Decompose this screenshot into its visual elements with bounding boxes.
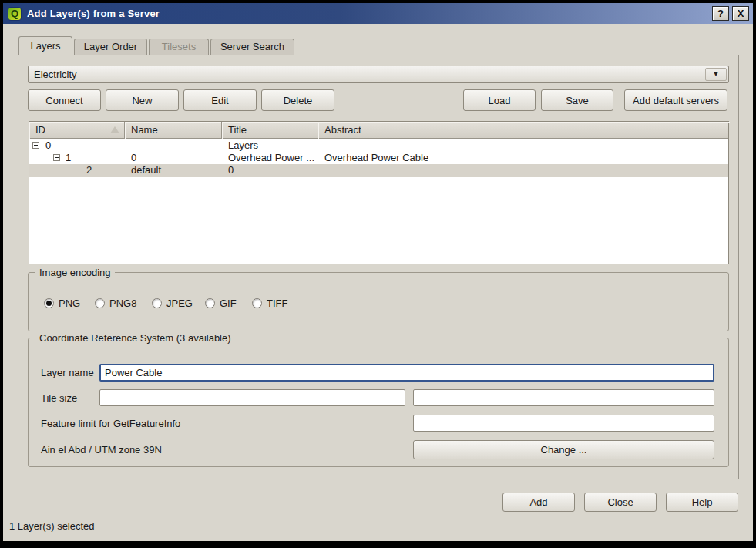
tab-layers[interactable]: Layers — [18, 36, 72, 55]
radio-tiff[interactable]: TIFF — [252, 298, 287, 309]
status-text: 1 Layer(s) selected — [9, 520, 95, 532]
close-icon[interactable]: X — [732, 6, 749, 21]
cell-id: 0 — [45, 140, 123, 152]
cell-id: 1 — [66, 152, 123, 164]
radio-png8-label: PNG8 — [109, 298, 136, 309]
qgis-logo-icon: Q — [8, 7, 22, 21]
combo-dropdown-button[interactable]: ▼ — [705, 68, 727, 81]
new-button[interactable]: New — [106, 89, 179, 111]
radio-unselected-icon — [152, 298, 162, 308]
layer-name-input[interactable] — [99, 364, 714, 382]
radio-gif-label: GIF — [220, 298, 237, 309]
tab-layer-order[interactable]: Layer Order — [74, 39, 147, 55]
table-row[interactable]: 0 Layers — [29, 140, 728, 152]
cell-name — [131, 140, 220, 152]
change-crs-button[interactable]: Change ... — [413, 440, 714, 459]
cell-id: 2 — [86, 164, 123, 177]
table-row[interactable]: 1 0 Overhead Power ... Overhead Power Ca… — [29, 152, 728, 164]
add-layers-dialog: Q Add Layer(s) from a Server ? X Layers … — [3, 3, 753, 541]
delete-button[interactable]: Delete — [261, 89, 334, 111]
layer-name-label: Layer name — [41, 367, 94, 379]
crs-group: Coordinate Reference System (3 available… — [28, 338, 729, 467]
radio-jpeg-label: JPEG — [166, 298, 193, 309]
cell-name: 0 — [131, 152, 220, 164]
radio-png8[interactable]: PNG8 — [95, 298, 136, 309]
add-default-servers-button[interactable]: Add default servers — [624, 89, 727, 111]
tile-size-width-input[interactable] — [99, 389, 405, 406]
tile-size-label: Tile size — [41, 392, 77, 405]
tree-collapse-icon[interactable] — [32, 142, 39, 149]
radio-jpeg[interactable]: JPEG — [152, 298, 193, 309]
radio-unselected-icon — [205, 298, 215, 308]
save-button[interactable]: Save — [541, 89, 613, 111]
tab-tilesets: Tilesets — [149, 39, 209, 55]
connect-button[interactable]: Connect — [28, 89, 101, 111]
cell-abstract — [324, 164, 725, 177]
title-bar: Q Add Layer(s) from a Server ? X — [3, 3, 753, 24]
radio-unselected-icon — [95, 298, 105, 308]
column-header-id-label: ID — [35, 124, 45, 136]
server-connection-value: Electricity — [34, 69, 77, 80]
help-button[interactable]: Help — [666, 493, 738, 512]
column-header-abstract[interactable]: Abstract — [318, 122, 730, 139]
radio-png[interactable]: PNG — [44, 298, 80, 309]
tree-collapse-icon[interactable] — [53, 154, 60, 161]
radio-unselected-icon — [252, 298, 262, 308]
table-row-selected[interactable]: 2 default 0 — [29, 164, 728, 177]
chevron-down-icon: ▼ — [713, 71, 720, 78]
column-header-title[interactable]: Title — [222, 122, 318, 139]
radio-png-label: PNG — [59, 298, 80, 309]
cell-title: 0 — [228, 164, 317, 177]
cell-title: Overhead Power ... — [228, 152, 317, 164]
radio-selected-icon — [44, 298, 54, 308]
column-header-id[interactable]: ID — [29, 122, 125, 139]
feature-limit-input[interactable] — [413, 415, 714, 432]
server-connection-select[interactable]: Electricity ▼ — [28, 66, 729, 83]
tab-server-search[interactable]: Server Search — [210, 39, 294, 55]
tile-size-height-input[interactable] — [413, 389, 714, 406]
table-header: ID Name Title Abstract — [29, 122, 728, 139]
close-button[interactable]: Close — [584, 493, 657, 512]
radio-gif[interactable]: GIF — [205, 298, 237, 309]
window-title: Add Layer(s) from a Server — [27, 8, 160, 19]
add-button[interactable]: Add — [502, 493, 575, 512]
tree-branch-icon — [76, 163, 82, 170]
selected-crs-label: Ain el Abd / UTM zone 39N — [41, 444, 162, 456]
cell-title: Layers — [228, 140, 317, 152]
column-header-name[interactable]: Name — [125, 122, 222, 139]
sort-ascending-icon — [110, 126, 119, 133]
edit-button[interactable]: Edit — [183, 89, 257, 111]
image-encoding-legend: Image encoding — [35, 266, 115, 279]
crs-legend: Coordinate Reference System (3 available… — [35, 331, 235, 345]
image-encoding-group: Image encoding PNG PNG8 JPEG GIF TIFF — [28, 272, 729, 331]
load-button[interactable]: Load — [463, 89, 536, 111]
help-titlebar-button[interactable]: ? — [712, 6, 729, 21]
layers-tree-table[interactable]: ID Name Title Abstract 0 Layers 1 0 Over… — [29, 121, 729, 264]
feature-limit-label: Feature limit for GetFeatureInfo — [41, 418, 180, 430]
cell-name: default — [131, 164, 220, 177]
cell-abstract — [324, 140, 725, 152]
radio-tiff-label: TIFF — [267, 298, 287, 309]
cell-abstract: Overhead Power Cable — [324, 152, 725, 164]
